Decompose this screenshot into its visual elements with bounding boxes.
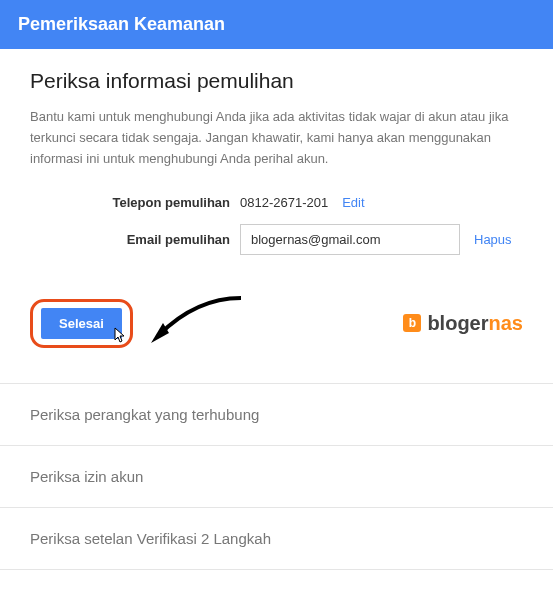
section-list: Periksa perangkat yang terhubung Periksa… [0,383,553,570]
recovery-phone-label: Telepon pemulihan [30,195,240,210]
header-title: Pemeriksaan Keamanan [18,14,225,34]
recovery-phone-row: Telepon pemulihan 0812-2671-201 Edit [30,195,523,210]
section-description: Bantu kami untuk menghubungi Anda jika a… [30,107,523,169]
logo-icon: b [403,314,421,332]
annotation-highlight: Selesai [30,299,133,348]
recovery-email-input[interactable] [240,224,460,255]
remove-email-link[interactable]: Hapus [474,232,512,247]
page-header: Pemeriksaan Keamanan [0,0,553,49]
main-content: Periksa informasi pemulihan Bantu kami u… [0,49,553,383]
edit-phone-link[interactable]: Edit [342,195,364,210]
annotation-arrow-icon [141,293,251,353]
logo-text: blogernas [427,312,523,335]
button-row: Selesai b blogernas [30,293,523,353]
watermark-logo: b blogernas [403,312,523,335]
list-item-permissions[interactable]: Periksa izin akun [0,446,553,508]
section-title: Periksa informasi pemulihan [30,69,523,93]
recovery-email-row: Email pemulihan Hapus [30,224,523,255]
list-item-2fa[interactable]: Periksa setelan Verifikasi 2 Langkah [0,508,553,570]
list-item-devices[interactable]: Periksa perangkat yang terhubung [0,384,553,446]
recovery-phone-value: 0812-2671-201 [240,195,328,210]
recovery-email-label: Email pemulihan [30,232,240,247]
done-button[interactable]: Selesai [41,308,122,339]
